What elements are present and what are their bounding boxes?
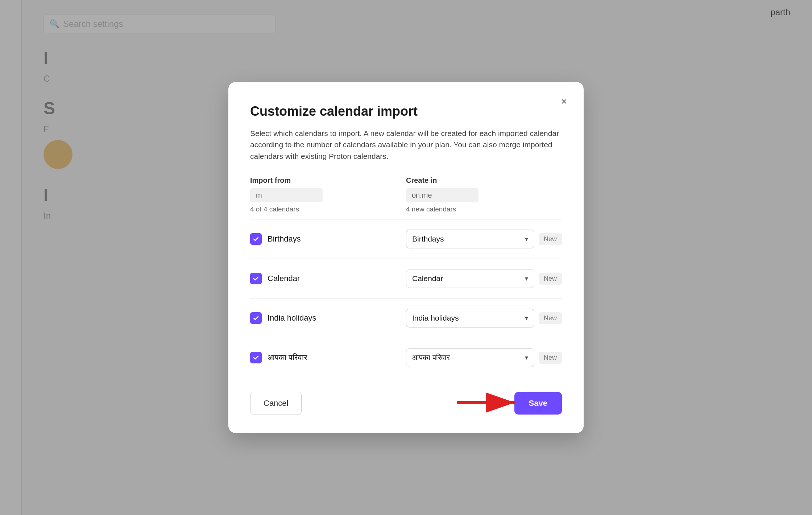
new-badge-calendar: New bbox=[539, 273, 562, 285]
row-left-birthdays: Birthdays bbox=[250, 233, 406, 245]
checkbox-india-holidays[interactable] bbox=[250, 312, 262, 324]
dropdown-calendar[interactable]: Calendar ▾ bbox=[406, 269, 534, 288]
calendar-name-aapka-pariwar: आपका परिवार bbox=[268, 353, 307, 362]
dropdown-arrow-birthdays: ▾ bbox=[525, 235, 528, 243]
row-left-calendar: Calendar bbox=[250, 273, 406, 284]
calendar-rows: Birthdays Birthdays ▾ New Calendar bbox=[250, 219, 562, 377]
create-count: 4 new calendars bbox=[406, 205, 562, 213]
modal-title: Customize calendar import bbox=[250, 104, 562, 119]
calendar-name-calendar: Calendar bbox=[268, 274, 300, 283]
footer-right: Save bbox=[514, 392, 562, 415]
modal-overlay: × Customize calendar import Select which… bbox=[0, 0, 812, 515]
cancel-button[interactable]: Cancel bbox=[250, 392, 302, 415]
dropdown-arrow-aapka-pariwar: ▾ bbox=[525, 354, 528, 362]
create-in-column-header: Create in on.me 4 new calendars bbox=[406, 176, 562, 213]
dropdown-value-birthdays: Birthdays bbox=[412, 235, 444, 243]
new-badge-birthdays: New bbox=[539, 233, 562, 245]
dropdown-aapka-pariwar[interactable]: आपका परिवार ▾ bbox=[406, 348, 534, 367]
calendar-row-calendar: Calendar Calendar ▾ New bbox=[250, 259, 562, 298]
create-in-label: Create in bbox=[406, 176, 562, 185]
new-badge-india-holidays: New bbox=[539, 312, 562, 324]
row-right-calendar: Calendar ▾ New bbox=[406, 269, 562, 288]
calendar-name-birthdays: Birthdays bbox=[268, 234, 301, 244]
row-left-india-holidays: India holidays bbox=[250, 312, 406, 324]
dropdown-birthdays[interactable]: Birthdays ▾ bbox=[406, 230, 534, 248]
import-column-header: Import from m 4 of 4 calendars bbox=[250, 176, 406, 213]
dropdown-value-india-holidays: India holidays bbox=[412, 314, 459, 322]
row-left-aapka-pariwar: आपका परिवार bbox=[250, 352, 406, 363]
red-arrow-icon bbox=[457, 392, 522, 413]
checkbox-aapka-pariwar[interactable] bbox=[250, 352, 262, 363]
calendar-row-india-holidays: India holidays India holidays ▾ New bbox=[250, 298, 562, 338]
dropdown-value-calendar: Calendar bbox=[412, 274, 443, 283]
row-right-birthdays: Birthdays ▾ New bbox=[406, 230, 562, 248]
dropdown-arrow-calendar: ▾ bbox=[525, 275, 528, 283]
import-from-label: Import from bbox=[250, 176, 406, 185]
import-source: m bbox=[250, 188, 323, 202]
modal-description: Select which calendars to import. A new … bbox=[250, 128, 562, 162]
dropdown-value-aapka-pariwar: आपका परिवार bbox=[412, 353, 450, 362]
close-button[interactable]: × bbox=[556, 94, 572, 110]
checkbox-birthdays[interactable] bbox=[250, 233, 262, 245]
table-header: Import from m 4 of 4 calendars Create in… bbox=[250, 176, 562, 213]
new-badge-aapka-pariwar: New bbox=[539, 352, 562, 364]
import-count: 4 of 4 calendars bbox=[250, 205, 406, 213]
customize-calendar-modal: × Customize calendar import Select which… bbox=[228, 82, 584, 433]
dropdown-india-holidays[interactable]: India holidays ▾ bbox=[406, 309, 534, 327]
calendar-row-aapka-pariwar: आपका परिवार आपका परिवार ▾ New bbox=[250, 338, 562, 377]
calendar-name-india-holidays: India holidays bbox=[268, 313, 316, 323]
modal-footer: Cancel Save bbox=[250, 392, 562, 415]
save-button[interactable]: Save bbox=[514, 392, 562, 415]
checkbox-calendar[interactable] bbox=[250, 273, 262, 284]
calendar-row-birthdays: Birthdays Birthdays ▾ New bbox=[250, 219, 562, 259]
red-arrow-container bbox=[457, 392, 522, 415]
dropdown-arrow-india-holidays: ▾ bbox=[525, 314, 528, 322]
create-destination: on.me bbox=[406, 188, 478, 202]
row-right-aapka-pariwar: आपका परिवार ▾ New bbox=[406, 348, 562, 367]
row-right-india-holidays: India holidays ▾ New bbox=[406, 309, 562, 327]
